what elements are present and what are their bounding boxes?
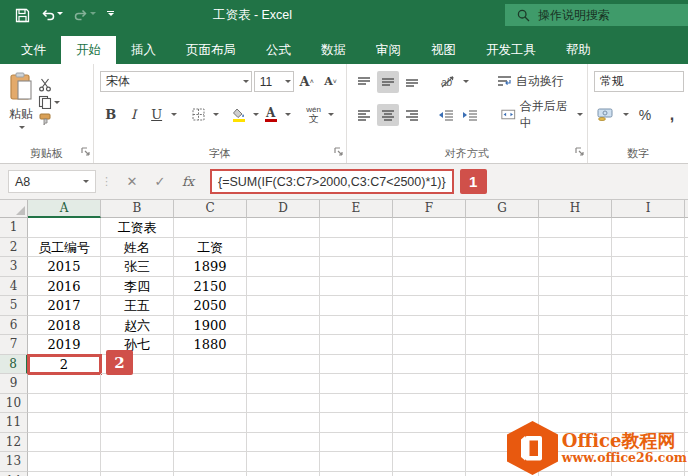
name-box[interactable]: A8: [8, 170, 96, 193]
column-header-B[interactable]: B: [101, 200, 174, 218]
enter-button[interactable]: ✓: [146, 174, 174, 189]
font-name-combo[interactable]: 宋体: [100, 71, 252, 92]
cell-B3[interactable]: 张三: [101, 257, 174, 277]
cell-D3[interactable]: [247, 257, 320, 277]
cell-F7[interactable]: [393, 335, 466, 355]
cell-F12[interactable]: [393, 433, 466, 453]
cell-H2[interactable]: [539, 238, 612, 258]
number-format-combo[interactable]: 常规: [594, 71, 684, 92]
formula-input[interactable]: {=SUM(IF(C3:C7>2000,C3:C7<2500)*1)}: [210, 169, 454, 194]
underline-button[interactable]: U: [146, 104, 168, 126]
cell-E13[interactable]: [320, 452, 393, 472]
paste-button[interactable]: 粘贴: [6, 68, 34, 132]
column-header-D[interactable]: D: [247, 200, 320, 218]
cell-B11[interactable]: [101, 413, 174, 433]
name-box-dropdown-icon[interactable]: [83, 180, 89, 186]
cell-E9[interactable]: [320, 374, 393, 394]
cell-A14[interactable]: [28, 472, 101, 476]
comma-style-button[interactable]: ,: [661, 104, 683, 126]
borders-dropdown-icon[interactable]: [213, 113, 219, 119]
row-header-13[interactable]: 13: [0, 452, 28, 472]
row-header-7[interactable]: 7: [0, 335, 28, 355]
cell-B2[interactable]: 姓名: [101, 238, 174, 258]
cell-D4[interactable]: [247, 277, 320, 297]
tab-view[interactable]: 视图: [416, 36, 471, 64]
cell-I6[interactable]: [612, 316, 685, 336]
column-header-H[interactable]: H: [539, 200, 612, 218]
decrease-indent-button[interactable]: [435, 104, 457, 126]
cell-C7[interactable]: 1880: [174, 335, 247, 355]
phonetic-dropdown-icon[interactable]: [328, 113, 334, 119]
cell-D5[interactable]: [247, 296, 320, 316]
cell-A8[interactable]: 2: [28, 355, 101, 375]
cell-A3[interactable]: 2015: [28, 257, 101, 277]
cell-C5[interactable]: 2050: [174, 296, 247, 316]
cell-E10[interactable]: [320, 394, 393, 414]
cell-D13[interactable]: [247, 452, 320, 472]
cell-C2[interactable]: 工资: [174, 238, 247, 258]
cell-H4[interactable]: [539, 277, 612, 297]
copy-button[interactable]: [38, 95, 60, 109]
top-align-button[interactable]: [353, 71, 375, 93]
tell-me-search-box[interactable]: 操作说明搜索: [505, 4, 688, 26]
cell-G3[interactable]: [466, 257, 539, 277]
cell-F11[interactable]: [393, 413, 466, 433]
cancel-button[interactable]: ✕: [118, 174, 146, 189]
tab-insert[interactable]: 插入: [116, 36, 171, 64]
cell-A11[interactable]: [28, 413, 101, 433]
cell-G1[interactable]: [466, 218, 539, 238]
merge-center-button[interactable]: 合并后居中: [499, 104, 573, 126]
format-painter-button[interactable]: [38, 112, 60, 126]
cell-A10[interactable]: [28, 394, 101, 414]
cell-I8[interactable]: [612, 355, 685, 375]
underline-dropdown-icon[interactable]: [171, 113, 177, 119]
phonetic-guide-button[interactable]: wén 文: [303, 104, 325, 126]
tab-data[interactable]: 数据: [306, 36, 361, 64]
cell-I2[interactable]: [612, 238, 685, 258]
increase-font-size-button[interactable]: A˄: [296, 71, 318, 93]
cell-H7[interactable]: [539, 335, 612, 355]
tab-page-layout[interactable]: 页面布局: [171, 36, 251, 64]
column-header-C[interactable]: C: [174, 200, 247, 218]
cell-G5[interactable]: [466, 296, 539, 316]
column-header-F[interactable]: F: [393, 200, 466, 218]
cell-C10[interactable]: [174, 394, 247, 414]
row-header-1[interactable]: 1: [0, 218, 28, 238]
font-size-combo[interactable]: 11: [254, 71, 294, 92]
alignment-dialog-launcher-icon[interactable]: [575, 145, 584, 159]
align-left-button[interactable]: [353, 104, 375, 126]
accounting-format-button[interactable]: [594, 104, 616, 126]
cell-F8[interactable]: [393, 355, 466, 375]
tab-home[interactable]: 开始: [61, 36, 116, 64]
cell-D8[interactable]: [247, 355, 320, 375]
cell-D2[interactable]: [247, 238, 320, 258]
customize-qat-button[interactable]: [107, 11, 114, 19]
cell-B9[interactable]: [101, 374, 174, 394]
italic-button[interactable]: I: [123, 104, 145, 126]
column-header-A[interactable]: A: [28, 200, 101, 218]
cell-C8[interactable]: [174, 355, 247, 375]
column-header-G[interactable]: G: [466, 200, 539, 218]
cell-A7[interactable]: 2019: [28, 335, 101, 355]
cell-D12[interactable]: [247, 433, 320, 453]
cell-G9[interactable]: [466, 374, 539, 394]
bold-button[interactable]: B: [100, 104, 122, 126]
font-dialog-launcher-icon[interactable]: [334, 145, 343, 159]
save-icon[interactable]: [15, 8, 30, 23]
cell-A9[interactable]: [28, 374, 101, 394]
cell-D10[interactable]: [247, 394, 320, 414]
cell-G4[interactable]: [466, 277, 539, 297]
cell-G7[interactable]: [466, 335, 539, 355]
increase-indent-button[interactable]: [459, 104, 481, 126]
copy-dropdown-icon[interactable]: [54, 101, 60, 107]
cell-G8[interactable]: [466, 355, 539, 375]
borders-button[interactable]: [188, 104, 210, 126]
cell-H1[interactable]: [539, 218, 612, 238]
cell-F6[interactable]: [393, 316, 466, 336]
cell-C1[interactable]: [174, 218, 247, 238]
cell-F5[interactable]: [393, 296, 466, 316]
cell-E12[interactable]: [320, 433, 393, 453]
cell-A4[interactable]: 2016: [28, 277, 101, 297]
cell-B5[interactable]: 王五: [101, 296, 174, 316]
cell-E2[interactable]: [320, 238, 393, 258]
